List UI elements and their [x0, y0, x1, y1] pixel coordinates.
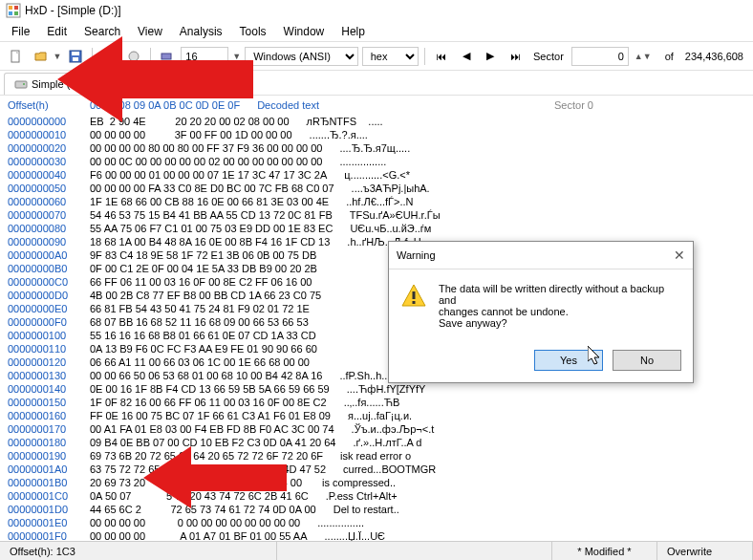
hex-cell[interactable]: 00 00 66 50 06 53 68 01 00 68 10 00 B4 4…	[90, 369, 322, 382]
hex-row[interactable]: 000000003000 00 0C 00 00 00 00 00 02 00 …	[8, 155, 745, 168]
hex-row[interactable]: 000000005000 00 00 00 FA 33 C0 8E D0 BC …	[8, 182, 745, 195]
menu-search[interactable]: Search	[76, 23, 128, 40]
ascii-cell[interactable]: .Ўъ.и..фэ.Љр¬<.t	[352, 422, 435, 436]
hex-cell[interactable]: 69 73 6B 20 72 65 61 64 20 65 72 72 6F 7…	[90, 449, 323, 463]
hex-cell[interactable]: 66 FF 06 11 00 03 16 0F 00 8E C2 FF 06 1…	[90, 275, 312, 289]
hex-cell[interactable]: 55 16 16 16 68 B8 01 66 61 0E 07 CD 1A 3…	[90, 329, 316, 342]
hex-cell[interactable]: 66 81 FB 54 43 50 41 75 24 81 F9 02 01 7…	[90, 302, 310, 315]
ascii-cell[interactable]	[326, 315, 376, 329]
ascii-cell[interactable]: ....ЋфН.fY[ZfYfY	[347, 382, 426, 396]
hex-cell[interactable]: 00 00 00 00 FA 33 C0 8E D0 BC 00 7C FB 6…	[90, 182, 334, 195]
hex-cell[interactable]: 18 68 1A 00 B4 48 8A 16 0E 00 8B F4 16 1…	[90, 235, 330, 248]
hex-cell[interactable]: 0F 00 C1 2E 0F 00 04 1E 5A 33 DB B9 00 2…	[90, 262, 317, 275]
ascii-cell[interactable]	[334, 262, 384, 275]
hex-row[interactable]: 000000001000 00 00 00 3F 00 FF 00 1D 00 …	[8, 128, 745, 141]
nav-next-button[interactable]: ▶	[481, 46, 502, 67]
hex-row[interactable]: 00000001E000 00 00 00 0 00 00 00 00 00 0…	[8, 516, 745, 529]
yes-button[interactable]: Yes	[534, 350, 603, 371]
ascii-cell[interactable]	[327, 355, 376, 369]
hex-row[interactable]: 00000001D044 65 6C 2 72 65 73 74 61 72 7…	[8, 503, 745, 516]
hex-cell[interactable]: 0A 13 B9 F6 0C FC F3 AA E9 FE 01 90 90 6…	[90, 342, 317, 355]
menu-file[interactable]: File	[4, 23, 37, 40]
hex-cell[interactable]: 44 65 6C 2 72 65 73 74 61 72 74 0D 0A 00	[90, 503, 316, 516]
sector-input[interactable]	[571, 47, 629, 66]
hex-cell[interactable]: 68 07 BB 16 68 52 11 16 68 09 00 66 53 6…	[90, 315, 309, 329]
ascii-cell[interactable]: я...uј..faГ¡ц.и.	[348, 409, 412, 422]
tab-simple-d[interactable]: Simple (D:)	[4, 73, 95, 95]
ascii-cell[interactable]: ..‚..fя......ЋВ	[344, 396, 400, 409]
ascii-cell[interactable]: ....Ђ.Ђ.я7щ.....	[339, 141, 410, 155]
tool-button-3[interactable]	[157, 46, 178, 67]
menu-analysis[interactable]: Analysis	[172, 23, 230, 40]
bytes-per-row-input[interactable]	[181, 47, 228, 66]
hex-cell[interactable]: 00 00 00 00 0 00 00 00 00 00 00 00 00	[90, 516, 300, 529]
ascii-cell[interactable]: ..hf.Л€...fЃ>..N	[346, 195, 413, 208]
ascii-cell[interactable]: лRЂNTFS .....	[307, 115, 383, 128]
ascii-cell[interactable]: ц...........<G.<*	[344, 168, 410, 182]
hex-cell[interactable]: 63 75 72 72 65 64 00 0D 0A 42 4F 4F 54 4…	[90, 463, 326, 476]
ascii-cell[interactable]: TFSu.ґA»ЄUН.r.Ѓы	[350, 208, 441, 222]
hex-cell[interactable]: 55 AA 75 06 F7 C1 01 00 75 03 E9 DD 00 1…	[90, 222, 333, 235]
open-button[interactable]	[31, 46, 52, 67]
hex-row[interactable]: 000000018009 B4 0E BB 07 00 CD 10 EB F2 …	[8, 436, 745, 449]
hex-cell[interactable]: 0E 00 16 1F 8B F4 CD 13 66 59 5B 5A 66 5…	[90, 382, 330, 396]
hex-cell[interactable]: 00 A1 FA 01 E8 03 00 F4 EB FD 8B F0 AC 3…	[90, 422, 334, 436]
hex-row[interactable]: 00000001A063 75 72 72 65 64 00 0D 0A 42 …	[8, 463, 745, 476]
close-icon[interactable]: ✕	[674, 248, 685, 263]
ascii-cell[interactable]: ................	[339, 155, 386, 168]
menu-view[interactable]: View	[130, 23, 170, 40]
hex-row[interactable]: 0000000000EB 2 90 4E 20 20 20 00 02 08 0…	[8, 115, 745, 128]
hex-cell[interactable]: 00 00 0C 00 00 00 00 00 02 00 00 00 00 0…	[90, 155, 322, 168]
hex-cell[interactable]: 20 69 73 20 D 70 72 65 73 73 65 64 00	[90, 476, 302, 489]
hex-row[interactable]: 000000017000 A1 FA 01 E8 03 00 F4 EB FD …	[8, 422, 745, 436]
hex-row[interactable]: 0000000160FF 0E 16 00 75 BC 07 1F 66 61 …	[8, 409, 745, 422]
ascii-cell[interactable]: Del to restart..	[333, 503, 399, 516]
ascii-cell[interactable]: ....ъ3АЋРј.|ыhА.	[352, 182, 430, 195]
hex-row[interactable]: 000000007054 46 53 75 15 B4 41 BB AA 55 …	[8, 208, 745, 222]
charset-select[interactable]: Windows (ANSI)	[245, 47, 358, 66]
menu-tools[interactable]: Tools	[232, 23, 274, 40]
hex-cell[interactable]: 09 B4 0E BB 07 00 CD 10 EB F2 C3 0D 0A 4…	[90, 436, 335, 449]
ascii-cell[interactable]: .ґ.»..Н.лтГ..A d	[353, 436, 421, 449]
ascii-cell[interactable]	[334, 342, 384, 355]
no-button[interactable]: No	[613, 350, 681, 371]
hex-cell[interactable]: 9F 83 C4 18 9E 58 1F 72 E1 3B 06 0B 00 7…	[90, 248, 316, 262]
ascii-cell[interactable]	[338, 289, 388, 302]
ascii-cell[interactable]: .P.ess Ctrl+Alt+	[326, 489, 398, 503]
hex-row[interactable]: 00000001B020 69 73 20 D 70 72 65 73 73 6…	[8, 476, 745, 489]
ascii-cell[interactable]	[333, 329, 383, 342]
menu-edit[interactable]: Edit	[39, 23, 75, 40]
ascii-cell[interactable]: .......Ђ.?.я....	[310, 128, 368, 141]
hex-row[interactable]: 000000019069 73 6B 20 72 65 61 64 20 65 …	[8, 449, 745, 463]
tool-button-2[interactable]	[123, 46, 144, 67]
ascii-cell[interactable]: UЄu.чБ..u.йЭ..ѓм	[350, 222, 431, 235]
hex-cell[interactable]: 1F 0F 82 16 00 66 FF 06 11 00 03 16 0F 0…	[90, 396, 327, 409]
ascii-cell[interactable]: is compressed..	[319, 476, 396, 489]
dropdown-icon[interactable]: ▼	[232, 52, 241, 61]
hex-row[interactable]: 00000001C00A 50 07 5 73 20 43 74 72 6C 2…	[8, 489, 745, 503]
nav-last-button[interactable]: ⏭	[505, 46, 526, 67]
new-button[interactable]	[6, 46, 27, 67]
ascii-cell[interactable]	[333, 248, 383, 262]
hex-cell[interactable]: 06 66 A1 11 00 66 03 06 1C 00 1E 66 68 0…	[90, 355, 310, 369]
hex-cell[interactable]: 1F 1E 68 66 00 CB 88 16 0E 00 66 81 3E 0…	[90, 195, 329, 208]
hex-cell[interactable]: 54 46 53 75 15 B4 41 BB AA 55 CD 13 72 0…	[90, 208, 333, 222]
nav-prev-button[interactable]: ◀	[456, 46, 477, 67]
hex-row[interactable]: 000000002000 00 00 00 80 00 80 00 FF 37 …	[8, 141, 745, 155]
menu-window[interactable]: Window	[276, 23, 333, 40]
tool-button-1[interactable]	[98, 46, 119, 67]
ascii-cell[interactable]	[329, 275, 378, 289]
hex-cell[interactable]: 00 00 00 00 3F 00 FF 00 1D 00 00 00	[90, 128, 292, 141]
menu-help[interactable]: Help	[333, 23, 373, 40]
nav-first-button[interactable]: ⏮	[431, 46, 452, 67]
spinner-icon[interactable]: ▲▼	[635, 52, 652, 61]
ascii-cell[interactable]: curred...BOOTMGR	[343, 463, 436, 476]
hex-cell[interactable]: EB 2 90 4E 20 20 20 00 02 08 00 00	[90, 115, 290, 128]
hex-row[interactable]: 00000000601F 1E 68 66 00 CB 88 16 0E 00 …	[8, 195, 745, 208]
base-select[interactable]: hex	[362, 47, 419, 66]
hex-row[interactable]: 00000001501F 0F 82 16 00 66 FF 06 11 00 …	[8, 396, 745, 409]
ascii-cell[interactable]: ................	[317, 516, 364, 529]
hex-row[interactable]: 00000001400E 00 16 1F 8B F4 CD 13 66 59 …	[8, 382, 745, 396]
ascii-cell[interactable]: isk read error o	[340, 449, 411, 463]
hex-cell[interactable]: 0A 50 07 5 73 20 43 74 72 6C 2B 41 6C	[90, 489, 309, 503]
